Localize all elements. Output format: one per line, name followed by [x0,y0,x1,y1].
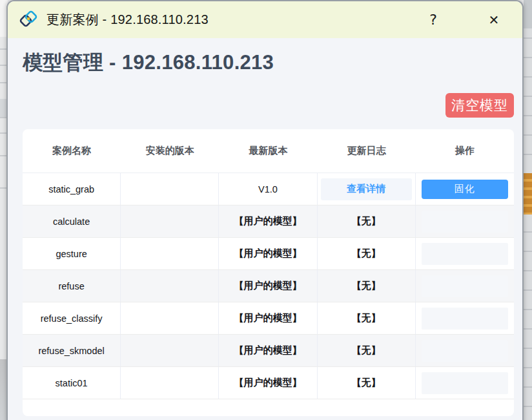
cell-latest-version: 【用户的模型】 [219,270,317,302]
table-row: calculate 【用户的模型】 【无】 [23,205,514,238]
dialog-content: 模型管理 - 192.168.110.213 清空模型 案例名称 安装的版本 最… [8,49,522,416]
cell-case-name: static_grab [23,173,121,205]
cell-installed-version [121,270,219,302]
titlebar: 更新案例 - 192.168.110.213 ? ✕ [8,1,522,38]
table-footer [23,399,514,416]
table-row: gesture 【用户的模型】 【无】 [23,238,514,270]
action-placeholder [422,308,508,330]
cell-case-name: refuse [23,270,121,302]
actions-row: 清空模型 [23,93,514,118]
cell-operation [416,335,514,366]
cell-latest-version: 【用户的模型】 [219,205,317,237]
col-header-latest-version: 最新版本 [219,145,317,157]
cell-installed-version [121,302,219,334]
cell-case-name: gesture [23,238,121,269]
cell-installed-version [121,205,219,237]
cell-latest-version: 【用户的模型】 [219,238,317,269]
cell-operation [416,367,514,399]
col-header-case-name: 案例名称 [23,145,121,157]
cell-installed-version [121,238,219,269]
action-placeholder [422,275,508,297]
cell-case-name: calculate [23,205,121,237]
col-header-installed-version: 安装的版本 [121,145,219,157]
table-body: static_grab V1.0 查看详情 固化 calculate 【用户的模… [23,173,514,399]
action-placeholder [422,372,508,394]
background-right-strip [524,0,532,420]
window-title: 更新案例 - 192.168.110.213 [46,11,209,28]
cell-case-name: refuse_classify [23,302,121,334]
cell-case-name: static01 [23,367,121,399]
cell-operation [416,205,514,237]
cell-update-log: 【无】 [318,335,416,366]
table-header: 案例名称 安装的版本 最新版本 更新日志 操作 [23,129,514,173]
cell-update-log: 【无】 [318,238,416,269]
table-row: static01 【用户的模型】 【无】 [23,367,514,399]
cell-update-log: 【无】 [318,270,416,302]
view-details-button[interactable]: 查看详情 [321,178,412,200]
clear-models-button[interactable]: 清空模型 [445,93,514,118]
action-placeholder [422,243,508,265]
cell-latest-version: 【用户的模型】 [219,367,317,399]
action-placeholder [422,340,508,362]
cell-update-log: 【无】 [318,367,416,399]
col-header-operation: 操作 [416,145,514,157]
help-icon[interactable]: ? [422,7,445,33]
background-segment [524,0,532,28]
col-header-update-log: 更新日志 [318,145,416,157]
cell-operation [416,270,514,302]
models-table: 案例名称 安装的版本 最新版本 更新日志 操作 static_grab V1.0… [23,129,514,416]
cell-installed-version [121,367,219,399]
cell-update-log: 【无】 [318,302,416,334]
cell-update-log: 查看详情 [318,173,416,205]
dialog-window: 更新案例 - 192.168.110.213 ? ✕ 模型管理 - 192.16… [6,0,524,420]
table-row: static_grab V1.0 查看详情 固化 [23,173,514,205]
solidify-button[interactable]: 固化 [422,180,508,199]
table-row: refuse_skmodel 【用户的模型】 【无】 [23,335,514,367]
cell-operation [416,238,514,269]
cell-operation: 固化 [416,173,514,205]
cell-installed-version [121,173,219,205]
close-icon[interactable]: ✕ [482,7,506,33]
app-logo-icon [18,10,39,30]
cell-latest-version: 【用户的模型】 [219,302,317,334]
table-row: refuse_classify 【用户的模型】 【无】 [23,302,514,335]
cell-operation [416,302,514,334]
cell-latest-version: V1.0 [219,173,317,205]
table-row: refuse 【用户的模型】 【无】 [23,270,514,302]
action-placeholder [422,211,508,233]
background-orange-item [524,173,532,215]
cell-installed-version [121,335,219,366]
cell-latest-version: 【用户的模型】 [219,335,317,366]
page-title: 模型管理 - 192.168.110.213 [23,49,514,76]
cell-case-name: refuse_skmodel [23,335,121,366]
cell-update-log: 【无】 [318,205,416,237]
